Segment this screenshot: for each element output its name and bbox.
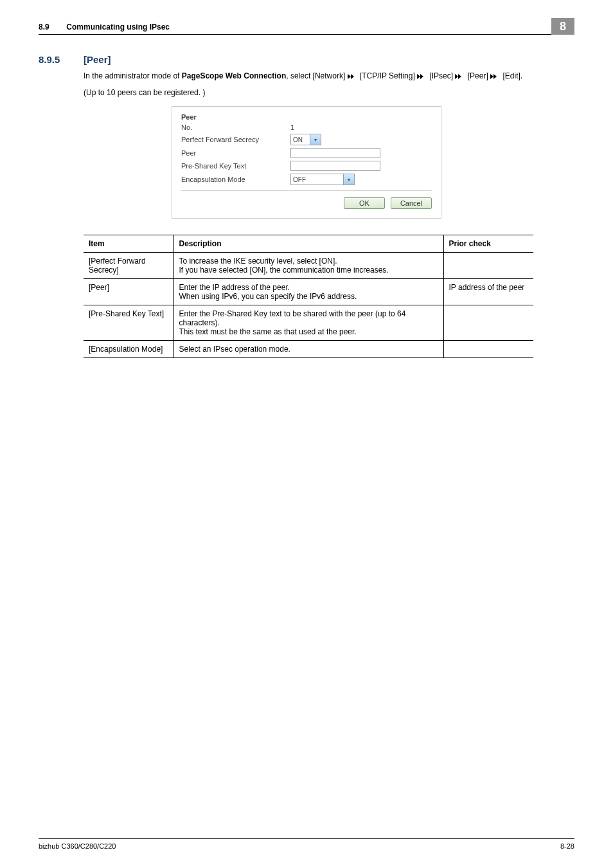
divider bbox=[181, 190, 432, 191]
encap-select[interactable]: OFF ▾ bbox=[290, 174, 355, 185]
section-heading: 8.9.5 [Peer] bbox=[39, 54, 574, 65]
cell-item: [Perfect Forward Secrecy] bbox=[84, 253, 173, 279]
footer-right: 8-28 bbox=[560, 842, 574, 850]
th-prior: Prior check bbox=[443, 235, 533, 253]
cell-prior bbox=[443, 305, 533, 341]
psk-label: Pre-Shared Key Text bbox=[181, 162, 290, 170]
row-encap: Encapsulation Mode OFF ▾ bbox=[181, 174, 432, 185]
ok-button[interactable]: OK bbox=[344, 197, 385, 209]
parameter-table: Item Description Prior check [Perfect Fo… bbox=[84, 235, 533, 358]
no-value: 1 bbox=[290, 123, 294, 131]
running-head-num: 8.9 bbox=[39, 23, 64, 32]
row-pfs: Perfect Forward Secrecy ON ▾ bbox=[181, 134, 432, 145]
no-label: No. bbox=[181, 123, 290, 131]
row-no: No. 1 bbox=[181, 123, 432, 131]
row-psk: Pre-Shared Key Text bbox=[181, 161, 432, 171]
peer-label: Peer bbox=[181, 149, 290, 157]
chevron-down-icon: ▾ bbox=[343, 174, 354, 185]
button-row: OK Cancel bbox=[181, 197, 432, 209]
cell-desc: Enter the Pre-Shared Key text to be shar… bbox=[173, 305, 443, 341]
pfs-select-value: ON bbox=[291, 136, 310, 143]
row-peer: Peer bbox=[181, 148, 432, 158]
cell-desc: To increase the IKE security level, sele… bbox=[173, 253, 443, 279]
cell-prior bbox=[443, 341, 533, 358]
encap-label: Encapsulation Mode bbox=[181, 176, 290, 183]
cell-item: [Pre-Shared Key Text] bbox=[84, 305, 173, 341]
running-head: 8.9 Communicating using IPsec bbox=[39, 23, 170, 34]
footer-left: bizhub C360/C280/C220 bbox=[39, 842, 116, 850]
section-title: [Peer] bbox=[84, 54, 111, 65]
cell-desc: Select an IPsec operation mode. bbox=[173, 341, 443, 358]
encap-select-value: OFF bbox=[291, 176, 343, 183]
cell-prior bbox=[443, 253, 533, 279]
arrow-icon bbox=[490, 74, 501, 79]
pfs-label: Perfect Forward Secrecy bbox=[181, 136, 290, 143]
intro-paragraph-1: In the administrator mode of PageScope W… bbox=[84, 70, 574, 82]
table-row: [Encapsulation Mode] Select an IPsec ope… bbox=[84, 341, 533, 358]
chapter-number-badge: 8 bbox=[551, 18, 574, 35]
table-row: [Pre-Shared Key Text] Enter the Pre-Shar… bbox=[84, 305, 533, 341]
pfs-select[interactable]: ON ▾ bbox=[290, 134, 321, 145]
cell-prior: IP address of the peer bbox=[443, 279, 533, 305]
th-desc: Description bbox=[173, 235, 443, 253]
cell-desc: Enter the IP address of the peer. When u… bbox=[173, 279, 443, 305]
running-head-title: Communicating using IPsec bbox=[66, 23, 170, 32]
th-item: Item bbox=[84, 235, 173, 253]
cancel-button[interactable]: Cancel bbox=[391, 197, 432, 209]
section-number: 8.9.5 bbox=[39, 54, 84, 65]
intro-paragraph-2: (Up to 10 peers can be registered. ) bbox=[84, 87, 574, 98]
page-header: 8.9 Communicating using IPsec 8 bbox=[39, 16, 574, 35]
section-body: In the administrator mode of PageScope W… bbox=[84, 70, 574, 98]
arrow-icon bbox=[417, 74, 427, 79]
peer-input[interactable] bbox=[290, 148, 380, 158]
chevron-down-icon: ▾ bbox=[310, 134, 321, 145]
arrow-icon bbox=[348, 74, 358, 79]
cell-item: [Encapsulation Mode] bbox=[84, 341, 173, 358]
panel-title: Peer bbox=[181, 113, 432, 121]
cell-item: [Peer] bbox=[84, 279, 173, 305]
peer-settings-panel: Peer No. 1 Perfect Forward Secrecy ON ▾ … bbox=[172, 106, 441, 219]
psk-input[interactable] bbox=[290, 161, 380, 171]
arrow-icon bbox=[455, 74, 465, 79]
table-row: [Perfect Forward Secrecy] To increase th… bbox=[84, 253, 533, 279]
page-footer: bizhub C360/C280/C220 8-28 bbox=[39, 838, 574, 850]
table-header-row: Item Description Prior check bbox=[84, 235, 533, 253]
table-row: [Peer] Enter the IP address of the peer.… bbox=[84, 279, 533, 305]
